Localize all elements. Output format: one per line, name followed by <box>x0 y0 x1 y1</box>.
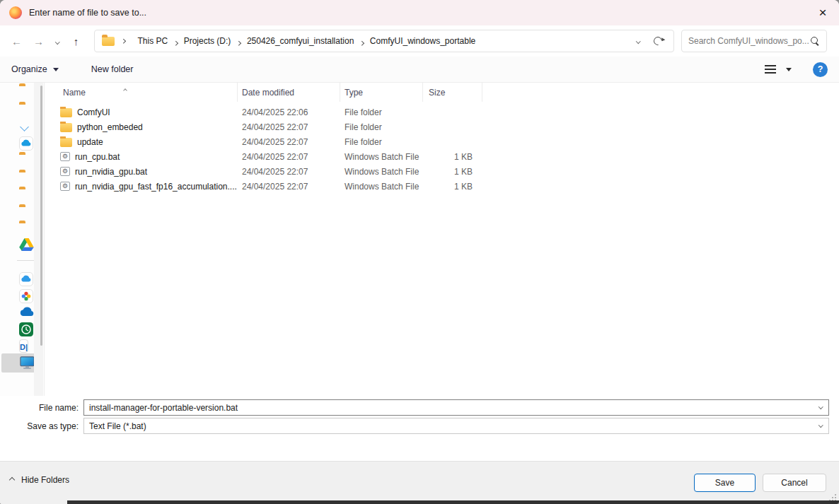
sidebar-item-photos-app[interactable] <box>19 289 35 303</box>
forward-button[interactable]: → <box>28 30 50 52</box>
dialog-footer: Hide Folders Save Cancel <box>0 461 839 504</box>
sidebar-item-folder[interactable] <box>19 154 35 168</box>
file-date: 24/04/2025 22:07 <box>238 152 340 162</box>
breadcrumb-portable-folder[interactable]: ComfyUI_windows_portable <box>370 36 475 46</box>
new-folder-label: New folder <box>91 64 134 74</box>
search-icon[interactable] <box>811 37 820 46</box>
sidebar-item-history-app[interactable] <box>19 322 35 336</box>
onedrive-app-icon <box>19 136 33 151</box>
organize-button[interactable]: Organize <box>11 64 59 74</box>
file-date: 24/04/2025 22:07 <box>238 182 340 192</box>
organize-dropdown-icon <box>53 68 59 74</box>
cancel-button[interactable]: Cancel <box>763 474 826 492</box>
sidebar-item-folder[interactable] <box>19 86 35 100</box>
file-row[interactable]: run_cpu.bat 24/04/2025 22:07 Windows Bat… <box>45 149 839 164</box>
new-folder-button[interactable]: New folder <box>91 64 134 74</box>
docs-app-icon <box>19 339 28 353</box>
search-box[interactable] <box>681 30 827 52</box>
column-header-size[interactable]: Size <box>423 83 482 102</box>
chevron-up-icon <box>9 477 15 483</box>
navigation-bar: ← → ↑ This PC Projects (D:) 250426_comfy… <box>0 25 839 57</box>
sidebar-expand-chevron-icon[interactable] <box>19 120 35 134</box>
breadcrumb-projects-d[interactable]: Projects (D:) <box>184 36 231 46</box>
view-options-chevron-icon[interactable] <box>786 68 792 74</box>
taskbar-edge <box>67 500 839 504</box>
address-bar[interactable]: This PC Projects (D:) 250426_comfyui_ins… <box>94 30 674 52</box>
google-drive-icon <box>19 238 34 251</box>
main-content: Name Date modified Type Size ComfyUI 24/… <box>0 83 839 396</box>
sidebar-divider <box>17 260 35 261</box>
folder-icon <box>60 138 72 147</box>
batch-file-icon <box>60 182 70 191</box>
photos-app-icon <box>19 289 33 303</box>
history-clock-icon <box>19 322 33 336</box>
sidebar-item-folder[interactable] <box>19 104 35 118</box>
file-name-field[interactable] <box>83 399 829 416</box>
sidebar-item-folder[interactable] <box>19 172 35 186</box>
sidebar-item-folder[interactable] <box>19 189 35 203</box>
sidebar-item-onedrive[interactable] <box>19 306 35 320</box>
sidebar-scrollbar[interactable] <box>34 83 43 396</box>
breadcrumb-chevron-icon <box>121 39 125 43</box>
column-header-name[interactable]: Name <box>45 83 238 102</box>
refresh-icon[interactable] <box>652 35 664 47</box>
file-type: File folder <box>340 107 423 117</box>
sidebar-item-google-drive[interactable] <box>19 238 35 252</box>
file-size: 1 KB <box>423 182 482 192</box>
file-row[interactable]: run_nvidia_gpu_fast_fp16_accumulation...… <box>45 179 839 194</box>
save-dialog-window: Enter name of file to save to... × ← → ↑… <box>0 0 839 504</box>
sidebar-scrollbar-thumb[interactable] <box>40 86 42 346</box>
file-type: File folder <box>340 137 423 147</box>
file-name-label: File name: <box>0 403 83 413</box>
breadcrumb-chevron-icon <box>359 41 364 45</box>
file-row[interactable]: python_embeded 24/04/2025 22:07 File fol… <box>45 119 839 134</box>
back-button[interactable]: ← <box>6 30 28 52</box>
this-pc-icon <box>19 356 35 370</box>
hide-folders-button[interactable]: Hide Folders <box>10 475 69 485</box>
breadcrumb-chevron-icon <box>173 41 178 45</box>
column-headers: Name Date modified Type Size <box>45 83 839 102</box>
file-name: ComfyUI <box>77 107 110 117</box>
file-list: Name Date modified Type Size ComfyUI 24/… <box>44 83 839 396</box>
up-button[interactable]: ↑ <box>65 30 87 52</box>
command-toolbar: Organize New folder ? <box>0 57 839 83</box>
column-header-date-modified[interactable]: Date modified <box>238 83 340 102</box>
title-bar[interactable]: Enter name of file to save to... × <box>0 0 839 25</box>
close-button[interactable]: × <box>806 0 839 25</box>
address-dropdown-chevron-icon[interactable] <box>636 39 640 43</box>
file-name-input[interactable] <box>84 403 828 413</box>
current-folder-icon <box>102 37 115 46</box>
column-header-type[interactable]: Type <box>340 83 423 102</box>
file-name: python_embeded <box>77 122 143 132</box>
file-row[interactable]: run_nvidia_gpu.bat 24/04/2025 22:07 Wind… <box>45 164 839 179</box>
list-view-icon[interactable] <box>765 69 776 70</box>
firefox-icon <box>9 6 22 19</box>
sidebar-item-folder[interactable] <box>19 206 35 221</box>
sort-ascending-icon <box>124 84 127 94</box>
breadcrumb-installation-folder[interactable]: 250426_comfyui_installation <box>247 36 354 46</box>
save-as-type-select[interactable]: Text File (*.bat) <box>83 418 829 434</box>
sidebar-item-cloud-app[interactable] <box>19 272 35 286</box>
breadcrumb-this-pc[interactable]: This PC <box>138 36 168 46</box>
batch-file-icon <box>60 167 70 176</box>
file-name: run_nvidia_gpu_fast_fp16_accumulation...… <box>75 182 237 192</box>
sidebar-item-docs-app[interactable] <box>19 340 35 354</box>
file-type: Windows Batch File <box>340 152 423 162</box>
save-button[interactable]: Save <box>694 474 756 492</box>
sidebar-item-this-pc[interactable] <box>19 356 35 370</box>
file-name: update <box>77 137 103 147</box>
sidebar-item-folder[interactable] <box>19 223 35 237</box>
file-row[interactable]: ComfyUI 24/04/2025 22:06 File folder <box>45 105 839 119</box>
organize-label: Organize <box>11 64 47 74</box>
window-title: Enter name of file to save to... <box>29 8 146 18</box>
navigation-pane <box>0 83 44 396</box>
sidebar-item-onedrive-app[interactable] <box>19 136 35 151</box>
file-size: 1 KB <box>423 167 482 177</box>
hide-folders-label: Hide Folders <box>21 475 69 485</box>
file-row[interactable]: update 24/04/2025 22:07 File folder <box>45 134 839 149</box>
search-input[interactable] <box>688 36 811 46</box>
file-date: 24/04/2025 22:07 <box>238 122 340 132</box>
batch-file-icon <box>60 152 70 161</box>
help-button[interactable]: ? <box>813 62 828 77</box>
recent-locations-chevron-icon[interactable] <box>50 35 65 47</box>
